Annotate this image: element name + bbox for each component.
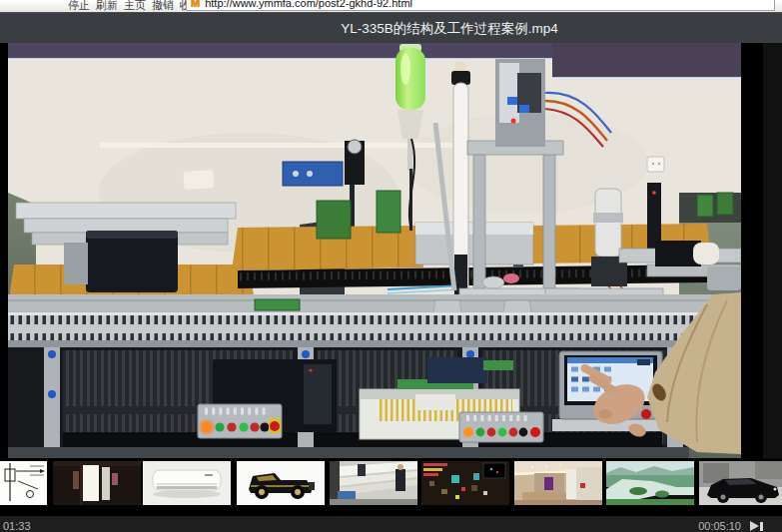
button-black: [260, 422, 269, 431]
thumbnail-living-room[interactable]: [514, 461, 602, 505]
small-green-pcb: [255, 299, 300, 310]
thumbnail-mechanical-diagram[interactable]: [0, 461, 47, 505]
inverter-face: [304, 364, 332, 424]
shadow: [153, 490, 221, 498]
terrain: [471, 485, 477, 491]
doorway-art: [53, 461, 141, 505]
machine-photo: [8, 43, 741, 458]
ac-logo: [205, 474, 213, 476]
chat-text: [423, 473, 438, 476]
url-text[interactable]: http://www.ymmfa.com/post2-gkhd-92.html: [205, 0, 412, 9]
white-pillar: [566, 469, 576, 499]
slotted-beam: [8, 314, 741, 340]
green-pcb: [717, 193, 733, 215]
video-title: YL-335B的结构及工作过程案例.mp4: [341, 20, 558, 38]
thumbnail-dark-room-doorway[interactable]: [53, 461, 141, 505]
valve-dot: [293, 171, 299, 177]
red-lamp: [580, 483, 585, 488]
worker2-body: [358, 464, 366, 476]
video-title-bar: YL-335B的结构及工作过程案例.mp4: [0, 12, 782, 43]
game-map-art: [421, 461, 509, 505]
thumbnail-game-map[interactable]: [421, 461, 509, 505]
downlight: [545, 465, 548, 468]
button-panel-left: [198, 404, 282, 438]
sprite-cyan: [473, 473, 479, 480]
minimap-dot: [496, 471, 498, 473]
motor-silver: [707, 266, 741, 290]
black-sedan-art: [699, 461, 782, 505]
thumbnail-black-sedan[interactable]: [699, 461, 782, 505]
chat-text: [423, 463, 447, 466]
wheel-rim: [295, 489, 301, 495]
ac-vent: [157, 486, 217, 489]
landscape-art: [606, 461, 694, 505]
floor: [514, 500, 602, 505]
downlight: [559, 464, 562, 467]
worker-head: [397, 464, 403, 470]
button-green: [476, 428, 485, 437]
blue-bolt: [48, 350, 56, 358]
site-favicon-icon: M: [191, 0, 200, 9]
floor: [330, 499, 417, 505]
cylinder-collar: [593, 213, 623, 223]
air-conditioner-art: [143, 461, 231, 505]
islet: [655, 491, 669, 498]
islet: [629, 487, 647, 495]
red-button: [641, 409, 651, 419]
lamp-highlight: [400, 53, 410, 85]
button-red: [487, 428, 496, 437]
dark-band-right: [552, 43, 741, 78]
blue-fitting: [507, 97, 517, 105]
lower-rail: [8, 340, 741, 347]
motor-highlight: [86, 231, 178, 239]
pink-workpiece: [503, 273, 519, 283]
front-guard: [309, 482, 315, 490]
socket-hole: [652, 163, 654, 165]
valve-dot: [307, 171, 313, 177]
motor-black: [86, 231, 178, 292]
button-black: [519, 428, 528, 437]
band-light-edge: [552, 77, 741, 80]
sprite-cyan: [451, 475, 459, 483]
total-time: 00:05:10: [698, 520, 741, 532]
metal-disc: [482, 276, 504, 288]
lamp-green-body: [395, 48, 425, 110]
thumbnail-black-pickup-truck[interactable]: [237, 461, 325, 505]
bottom-rail: [8, 447, 689, 458]
player-control-bar[interactable]: 01:33 00:05:10: [0, 511, 782, 532]
right-wall: [576, 467, 602, 501]
address-bar[interactable]: M http://www.ymmfa.com/post2-gkhd-92.htm…: [186, 0, 775, 11]
upper-rail: [8, 294, 741, 314]
button-red: [509, 428, 518, 437]
panel-plate: [459, 412, 543, 442]
sprite-red: [461, 487, 465, 491]
thumbnail-ceiling-installation[interactable]: [330, 461, 417, 505]
thumbnail-air-conditioner[interactable]: [143, 461, 231, 505]
inverter-led: [309, 368, 312, 371]
current-time: 01:33: [3, 520, 31, 532]
indicator-lit: [463, 427, 473, 437]
alu-rail: [24, 219, 228, 233]
thumbnail-landscape[interactable]: [606, 461, 694, 505]
blue-bolt: [466, 350, 474, 358]
beam-edge: [8, 312, 741, 315]
chat-text: [423, 468, 442, 471]
button-green: [215, 422, 224, 431]
next-button[interactable]: [750, 521, 768, 532]
wheel-rim: [759, 495, 764, 500]
worker-body: [395, 469, 405, 491]
headlight: [774, 488, 777, 491]
sprite-white: [483, 491, 487, 495]
screen: 停止 刷新 主页 撤销 收藏 M http://www.ymmfa.com/po…: [0, 0, 782, 532]
letterbox-right: [741, 43, 782, 458]
building-block: [755, 461, 782, 479]
button-red: [250, 422, 259, 431]
ceiling-install-art: [330, 461, 417, 505]
minimap: [483, 463, 505, 478]
video-surface[interactable]: [8, 43, 741, 458]
pink-curtain: [112, 473, 118, 485]
indicator-glow: [199, 419, 215, 435]
hmi-corner-widget: [637, 359, 650, 365]
white-cup: [693, 243, 719, 265]
band-light-edge: [8, 58, 552, 61]
